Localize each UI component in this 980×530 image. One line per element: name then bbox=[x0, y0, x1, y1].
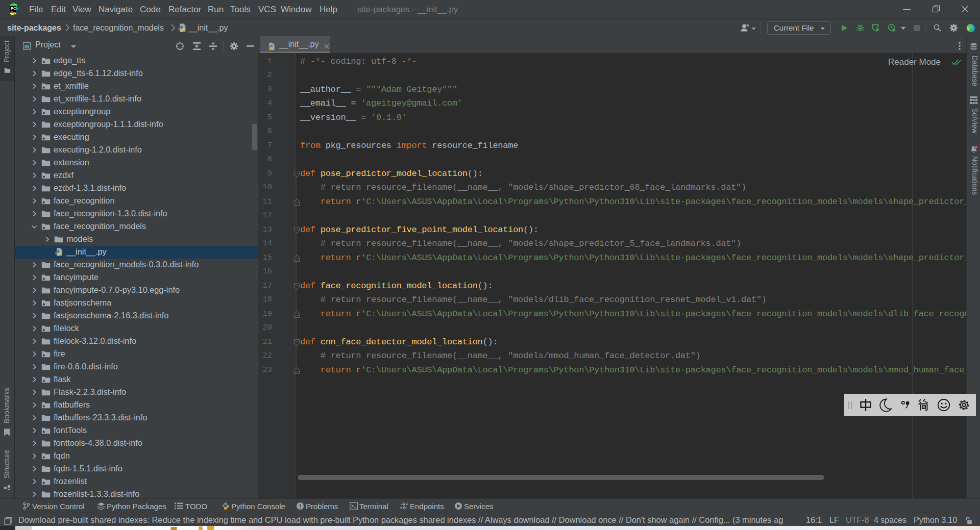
svg-text:PC: PC bbox=[11, 6, 16, 11]
